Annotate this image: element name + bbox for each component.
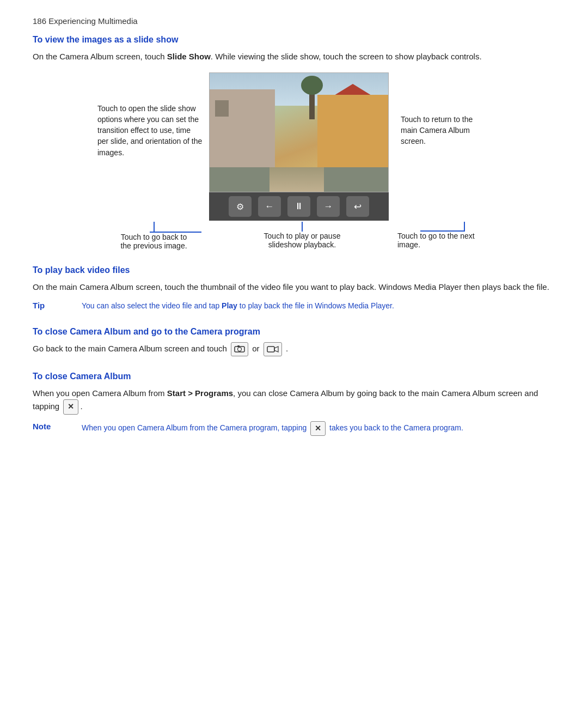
svg-rect-2 <box>237 345 240 347</box>
section-heading-close-album: To close Camera Album <box>33 372 555 381</box>
note-label: Note <box>33 421 76 431</box>
right-annotation: Touch to return to the main Camera Album… <box>401 114 491 147</box>
left-annotation: Touch to open the slide show options whe… <box>97 103 204 158</box>
camera-video-icon <box>264 342 282 356</box>
section-close-camera-album: To close Camera Album When you open Came… <box>33 372 555 436</box>
section-slide-show: To view the images as a slide show On th… <box>33 35 555 250</box>
close-go-body: Go back to the main Camera Album screen … <box>33 342 555 356</box>
section-close-go: To close Camera Album and go to the Came… <box>33 327 555 356</box>
below-center-annotation: Touch to play or pause slideshow playbac… <box>213 221 391 249</box>
note-row: Note When you open Camera Album from the… <box>33 421 555 436</box>
controls-bar: ⚙ ← ⏸ → ↩ <box>209 192 389 221</box>
section-heading-close-go: To close Camera Album and go to the Came… <box>33 327 555 337</box>
connector-line-left <box>154 222 155 232</box>
tip-text: You can also select the video file and t… <box>82 300 394 312</box>
section-heading-slide-show: To view the images as a slide show <box>33 35 555 45</box>
play-pause-button[interactable]: ⏸ <box>287 196 310 217</box>
connector-line-center <box>302 222 303 232</box>
section-heading-play-back: To play back video files <box>33 265 555 275</box>
next-button[interactable]: → <box>317 196 340 217</box>
photo-path <box>270 167 324 192</box>
gear-button[interactable]: ⚙ <box>229 196 252 217</box>
photo-tree <box>309 87 315 119</box>
image-controls-wrap: ⚙ ← ⏸ → ↩ <box>209 72 389 221</box>
note-text: When you open Camera Album from the Came… <box>82 421 463 436</box>
diagram-inner: Touch to open the slide show options whe… <box>33 72 555 221</box>
page-number: 186 Experiencing Multimedia <box>33 16 138 26</box>
play-back-body: On the main Camera Album screen, touch t… <box>33 281 555 293</box>
close-album-body: When you open Camera Album from Start > … <box>33 387 555 415</box>
tip-row: Tip You can also select the video file a… <box>33 300 555 312</box>
return-button[interactable]: ↩ <box>346 196 369 217</box>
page-header: 186 Experiencing Multimedia <box>33 16 555 26</box>
prev-button[interactable]: ← <box>258 196 281 217</box>
svg-rect-3 <box>267 347 274 352</box>
section-play-back: To play back video files On the main Cam… <box>33 265 555 311</box>
diagram-area: Touch to open the slide show options whe… <box>33 72 555 250</box>
svg-marker-4 <box>274 347 278 352</box>
svg-point-1 <box>238 348 242 351</box>
slide-show-body: On the Camera Album screen, touch Slide … <box>33 50 555 63</box>
close-x-icon: ✕ <box>63 399 78 415</box>
tip-label: Tip <box>33 300 76 310</box>
slideshow-image <box>209 72 389 192</box>
below-left-annotation: Touch to go back to the previous image. <box>101 221 207 250</box>
note-close-x-icon: ✕ <box>310 421 326 436</box>
below-right-annotation: Touch to go to the next image. <box>397 221 487 249</box>
camera-icon-1 <box>231 342 248 356</box>
